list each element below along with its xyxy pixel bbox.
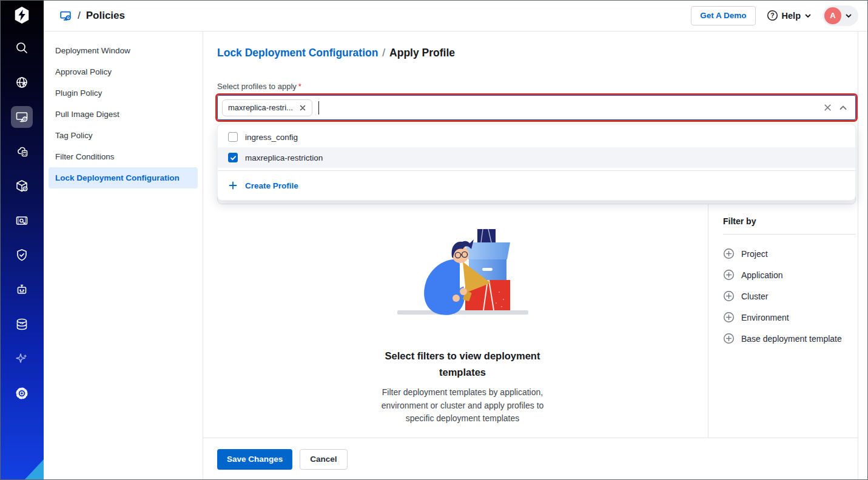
filter-item-label: Environment [741, 313, 789, 322]
chip-label: maxreplica-restri... [228, 103, 293, 112]
subnav-item-pull-image-digest[interactable]: Pull Image Digest [44, 104, 203, 125]
main-panel: Lock Deployment Configuration / Apply Pr… [203, 32, 858, 480]
policies-subnav: Deployment Window Approval Policy Plugin… [44, 32, 203, 480]
clear-all-icon[interactable] [823, 103, 832, 112]
ai-sparkles-icon[interactable] [11, 348, 33, 370]
filter-item-application[interactable]: Application [723, 264, 849, 285]
breadcrumb: / Policies [59, 9, 125, 22]
get-demo-button[interactable]: Get A Demo [691, 6, 755, 25]
checkbox-unchecked[interactable] [228, 132, 238, 142]
empty-state-title: Select filters to view deployment templa… [366, 348, 560, 381]
checkbox-checked[interactable] [228, 153, 238, 162]
save-changes-button[interactable]: Save Changes [217, 449, 292, 470]
create-profile-label: Create Profile [245, 181, 298, 190]
help-question-icon: ? [767, 10, 778, 21]
circle-plus-icon [723, 269, 735, 281]
subnav-item-filter-conditions[interactable]: Filter Conditions [44, 146, 203, 167]
avatar: A [824, 7, 841, 24]
breadcrumb-separator: / [381, 47, 386, 59]
profiles-multiselect-input[interactable]: maxreplica-restri... [217, 95, 856, 120]
filter-item-base-deployment-template[interactable]: Base deployment template [723, 328, 849, 349]
subnav-item-approval-policy[interactable]: Approval Policy [44, 61, 203, 82]
plus-icon [228, 181, 238, 190]
option-maxreplica-restriction[interactable]: maxreplica-restriction [218, 147, 855, 168]
deployment-policies-icon[interactable] [11, 106, 33, 128]
top-bar: / Policies Get A Demo ? Help [44, 0, 868, 32]
subnav-item-plugin-policy[interactable]: Plugin Policy [44, 82, 203, 104]
filter-list: Project Application Cluster [723, 243, 849, 349]
cloud-cost-icon[interactable] [11, 141, 33, 162]
circle-plus-icon [723, 290, 735, 302]
filter-item-label: Base deployment template [741, 334, 842, 344]
filter-panel-title: Filter by [723, 216, 856, 235]
automation-bot-icon[interactable] [11, 279, 33, 301]
svg-text:?: ? [770, 12, 774, 19]
chip-remove-icon[interactable] [299, 104, 306, 112]
filter-item-label: Project [741, 249, 768, 259]
help-menu[interactable]: ? Help [767, 10, 812, 21]
global-overview-icon[interactable] [11, 72, 33, 93]
subnav-item-deployment-window[interactable]: Deployment Window [44, 40, 203, 61]
create-profile-button[interactable]: Create Profile [218, 173, 855, 198]
circle-plus-icon [723, 333, 735, 344]
breadcrumb-current: Apply Profile [389, 47, 455, 59]
selected-profile-chip: maxreplica-restri... [222, 99, 312, 116]
policies-breadcrumb-icon [59, 9, 72, 22]
page-breadcrumb: Lock Deployment Configuration / Apply Pr… [217, 32, 856, 59]
required-asterisk: * [298, 82, 301, 91]
option-ingress-config[interactable]: ingress_config [218, 127, 855, 147]
text-caret [318, 101, 320, 115]
option-label: ingress_config [245, 133, 298, 142]
filter-item-label: Application [741, 270, 783, 280]
filter-item-label: Cluster [741, 292, 768, 301]
top-actions: Get A Demo ? Help A [691, 5, 858, 26]
option-label: maxreplica-restriction [245, 153, 323, 162]
chevron-down-icon [845, 12, 852, 19]
profiles-dropdown: ingress_config maxreplica-restriction [217, 124, 856, 201]
body: Deployment Window Approval Policy Plugin… [44, 32, 868, 480]
circle-plus-icon [723, 248, 735, 259]
content-area: / Policies Get A Demo ? Help [44, 0, 868, 480]
content-row: Select filters to view deployment templa… [217, 204, 856, 438]
profiles-field: maxreplica-restri... [217, 95, 856, 204]
image-scan-icon[interactable] [11, 210, 33, 232]
chevron-up-icon[interactable] [838, 103, 848, 113]
cancel-button[interactable]: Cancel [300, 449, 347, 470]
empty-state-description: Filter deployment templates by applicati… [367, 386, 558, 425]
filter-item-environment[interactable]: Environment [723, 307, 849, 328]
help-label: Help [782, 11, 801, 21]
scrollbar-gutter[interactable] [858, 32, 868, 480]
profiles-field-label: Select profiles to apply* [217, 82, 856, 91]
filter-item-project[interactable]: Project [723, 243, 849, 264]
filter-panel: Filter by Project Application [708, 204, 856, 438]
chevron-down-icon [804, 12, 812, 19]
breadcrumb-parent-link[interactable]: Lock Deployment Configuration [217, 47, 378, 59]
empty-state-illustration [397, 224, 528, 320]
icon-rail [0, 0, 44, 480]
page-title: Policies [86, 10, 125, 22]
app-window: / Policies Get A Demo ? Help [0, 0, 868, 480]
subnav-item-lock-deployment-configuration[interactable]: Lock Deployment Configuration [49, 167, 198, 188]
package-registry-icon[interactable] [11, 175, 33, 197]
form-footer: Save Changes Cancel [203, 438, 858, 480]
database-stack-icon[interactable] [11, 313, 33, 335]
empty-state: Select filters to view deployment templa… [217, 204, 708, 438]
search-icon[interactable] [11, 37, 33, 59]
security-shield-icon[interactable] [11, 244, 33, 266]
dropdown-divider [218, 170, 855, 171]
filter-item-cluster[interactable]: Cluster [723, 285, 849, 307]
subnav-item-tag-policy[interactable]: Tag Policy [44, 125, 203, 146]
circle-plus-icon [723, 312, 735, 323]
devtron-logo-icon[interactable] [12, 6, 32, 24]
user-menu[interactable]: A [823, 5, 858, 26]
breadcrumb-separator: / [78, 10, 81, 22]
settings-gear-icon[interactable] [11, 382, 33, 404]
